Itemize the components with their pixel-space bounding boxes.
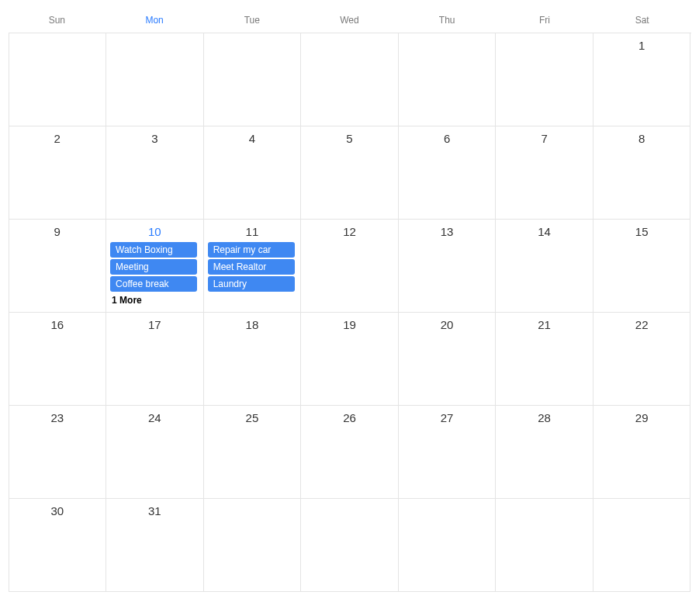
day-number: 20 [403,317,492,333]
day-number: 31 [110,504,199,519]
day-number: 11 [208,224,297,240]
day-cell[interactable]: 6 [399,126,497,220]
day-cell[interactable]: 1 [593,33,691,126]
day-cell[interactable]: 25 [204,406,302,499]
event-chip[interactable]: Meeting [110,259,197,275]
weekday-fri: Fri [496,8,593,33]
day-number: 4 [208,131,297,147]
day-number: 9 [13,224,102,240]
day-cell[interactable] [496,33,593,126]
day-cell[interactable]: 20 [399,313,497,406]
day-cell[interactable] [496,499,593,592]
weekday-sat: Sat [593,8,691,33]
event-chip[interactable]: Watch Boxing [110,242,197,258]
weekday-wed: Wed [301,8,399,33]
day-number: 13 [403,224,492,240]
day-number-today: 10 [110,224,199,240]
day-cell[interactable]: 17 [106,313,204,406]
day-cell[interactable] [399,499,497,592]
day-cell[interactable] [204,499,302,592]
day-cell[interactable]: 3 [106,126,204,220]
day-number: 8 [597,131,687,147]
day-number: 22 [597,317,687,333]
day-cell[interactable]: 4 [204,126,302,220]
day-cell[interactable]: 30 [9,499,107,592]
calendar: Sun Mon Tue Wed Thu Fri Sat 1 2 3 4 5 6 … [9,8,691,592]
more-events-link[interactable]: 1 More [110,293,199,306]
day-cell[interactable]: 16 [9,313,107,406]
day-cell[interactable]: 29 [593,406,691,499]
day-cell[interactable]: 28 [496,406,593,499]
event-chip[interactable]: Laundry [208,276,295,292]
day-number: 7 [500,131,589,147]
day-cell[interactable] [9,33,107,126]
day-cell[interactable]: 23 [9,406,107,499]
day-cell[interactable]: 11 Repair my car Meet Realtor Laundry [204,220,302,313]
day-cell[interactable]: 5 [301,126,399,220]
day-number: 16 [13,317,102,333]
day-cell[interactable]: 7 [496,126,593,220]
weekday-tue: Tue [203,8,301,33]
day-number: 18 [208,317,297,333]
day-cell[interactable] [106,33,204,126]
day-number: 1 [597,38,687,54]
day-cell[interactable]: 2 [9,126,107,220]
day-number: 19 [305,317,394,333]
day-number: 27 [403,410,492,426]
weekday-header-row: Sun Mon Tue Wed Thu Fri Sat [9,8,691,33]
day-cell[interactable]: 26 [301,406,399,499]
day-cell[interactable]: 22 [593,313,691,406]
event-chip[interactable]: Repair my car [208,242,295,258]
day-cell[interactable]: 31 [106,499,204,592]
day-cell[interactable]: 19 [301,313,399,406]
day-cell[interactable] [399,33,497,126]
day-cell[interactable]: 24 [106,406,204,499]
day-cell[interactable]: 27 [399,406,497,499]
event-chip[interactable]: Coffee break [110,276,197,292]
day-number: 28 [500,410,589,426]
day-cell[interactable]: 10 Watch Boxing Meeting Coffee break 1 M… [106,220,204,313]
day-cell[interactable]: 12 [301,220,399,313]
event-chip[interactable]: Meet Realtor [208,259,295,275]
day-number: 25 [208,410,297,426]
day-cell[interactable]: 15 [593,220,691,313]
day-cell[interactable]: 9 [9,220,107,313]
day-cell[interactable]: 18 [204,313,302,406]
day-number: 30 [13,504,102,519]
day-cell[interactable] [301,499,399,592]
day-number: 17 [110,317,199,333]
calendar-grid: 1 2 3 4 5 6 7 8 9 10 Watch Boxing Meetin… [9,33,691,592]
day-cell[interactable]: 13 [399,220,497,313]
day-cell[interactable] [204,33,302,126]
weekday-sun: Sun [9,8,106,33]
weekday-mon: Mon [106,8,203,33]
day-number: 14 [500,224,589,240]
day-number: 12 [305,224,394,240]
day-cell[interactable] [593,499,691,592]
day-number: 6 [403,131,492,147]
day-number: 5 [305,131,394,147]
day-cell[interactable]: 14 [496,220,593,313]
day-number: 24 [110,410,199,426]
day-number: 26 [305,410,394,426]
weekday-thu: Thu [398,8,496,33]
day-number: 2 [13,131,102,147]
day-number: 29 [597,410,687,426]
day-number: 15 [597,224,687,240]
day-cell[interactable]: 21 [496,313,593,406]
day-cell[interactable]: 8 [593,126,691,220]
day-cell[interactable] [301,33,399,126]
day-number: 21 [500,317,589,333]
day-number: 23 [13,410,102,426]
day-number: 3 [110,131,199,147]
